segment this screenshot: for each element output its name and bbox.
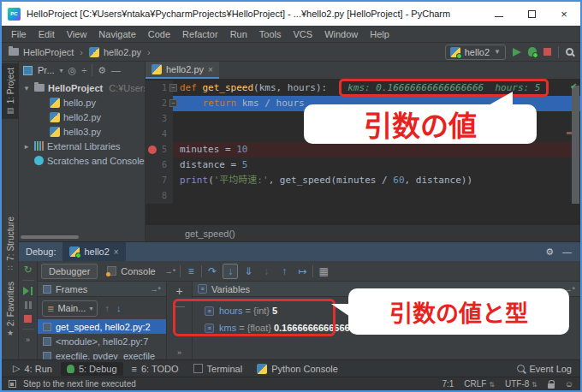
breakpoint-icon[interactable] <box>148 146 157 154</box>
gutter-line-2: 2− <box>146 96 173 111</box>
left-tool-window-stripe: 1: Project▤7: Structure∷2: Favorites★ <box>2 62 19 359</box>
resume-program-icon[interactable] <box>23 287 33 295</box>
rerun-icon[interactable]: ↻ <box>23 265 32 274</box>
gear-icon[interactable]: ⚙ <box>545 246 554 258</box>
step-out-icon[interactable]: ↑ <box>276 264 292 279</box>
toolwindow-button-run[interactable]: ▷4: Run <box>7 361 58 376</box>
project-tool-icon: ▤ <box>7 106 15 115</box>
more-tabs-icon[interactable]: →* <box>165 267 176 276</box>
code-line-8[interactable]: 8 <box>146 188 580 204</box>
debugger-tab-console[interactable]: Console <box>100 264 162 278</box>
fold-marker-icon[interactable]: − <box>169 99 177 107</box>
close-session-icon[interactable]: × <box>114 247 119 257</box>
menu-edit[interactable]: Edit <box>33 27 61 41</box>
more-icon[interactable]: » <box>177 348 181 357</box>
run-button[interactable] <box>513 48 521 56</box>
hide-panel-icon[interactable]: — <box>562 246 572 257</box>
tree-item-hello-py[interactable]: hello.py <box>19 95 145 110</box>
tree-arrow-icon[interactable]: ▸ <box>22 142 31 151</box>
menu-vcs[interactable]: VCS <box>288 27 319 41</box>
code-token: print <box>180 175 208 186</box>
code-line-6[interactable]: 6distance = 5 <box>146 157 580 173</box>
toolwindow-button-python-console[interactable]: Python Console <box>251 362 344 376</box>
editor-breadcrumb[interactable]: get_speed() <box>185 229 235 239</box>
event-log-button[interactable]: Event Log <box>517 364 575 374</box>
project-view-selector[interactable]: Pr... <box>38 65 55 75</box>
debug-button[interactable] <box>528 47 537 56</box>
menu-code[interactable]: Code <box>142 27 176 41</box>
run-to-cursor-icon[interactable]: ↦ <box>294 264 310 279</box>
gear-icon[interactable]: ⚙ <box>98 65 106 76</box>
stripe-item-favorites-tool[interactable]: 2: Favorites★ <box>2 277 19 342</box>
tree-item-external-libraries[interactable]: ▸External Libraries <box>19 139 145 153</box>
code-token: minutes = <box>180 144 236 155</box>
menu-run[interactable]: Run <box>224 27 253 41</box>
pycharm-logo-icon: PC <box>8 8 21 21</box>
frame-row[interactable]: get_speed, hello2.py:2 <box>38 319 166 334</box>
menu-file[interactable]: File <box>5 27 33 41</box>
step-over-icon[interactable]: ↷ <box>205 264 220 279</box>
stripe-label: 2: Favorites <box>6 282 15 326</box>
next-frame-icon[interactable]: ↓ <box>116 303 122 313</box>
menu-refactor[interactable]: Refactor <box>176 27 224 41</box>
show-execution-point-icon[interactable]: ≡ <box>183 264 199 279</box>
caret-position[interactable]: 7:1 <box>442 379 454 389</box>
collapse-all-icon[interactable]: ÷ <box>81 65 86 75</box>
more-actions-icon[interactable]: » <box>26 336 30 344</box>
menu-help[interactable]: Help <box>364 27 395 41</box>
lock-icon[interactable] <box>548 383 555 389</box>
fold-marker-icon[interactable]: − <box>169 84 177 92</box>
horizontal-scrollbar[interactable] <box>21 235 79 239</box>
stop-button[interactable] <box>543 48 551 56</box>
hide-panel-icon[interactable]: — <box>111 65 121 75</box>
menu-window[interactable]: Window <box>318 27 364 41</box>
menu-view[interactable]: View <box>61 27 93 41</box>
stop-icon[interactable] <box>24 315 32 323</box>
code-line-7[interactable]: 7print('平均時速:', get_speed(minutes / 60, … <box>146 173 580 188</box>
maximize-button[interactable] <box>515 2 548 26</box>
editor-tab-hello2[interactable]: hello2.py × <box>146 62 219 79</box>
encoding-selector[interactable]: UTF-8 ⇅ <box>505 379 537 389</box>
minimize-button[interactable] <box>483 2 515 26</box>
line-ending-selector[interactable]: CRLF ⇅ <box>464 379 495 389</box>
close-button[interactable]: × <box>548 2 580 26</box>
previous-frame-icon[interactable]: ↑ <box>104 303 110 313</box>
stripe-item-project-tool[interactable]: 1: Project▤ <box>2 63 19 119</box>
toolwindow-button-terminal[interactable]: Terminal <box>187 362 249 376</box>
code-line-5[interactable]: 5minutes = 10 <box>146 142 580 157</box>
tree-arrow-icon[interactable]: ▾ <box>22 84 31 92</box>
toolwindow-button-todo[interactable]: ≡6: TODO <box>126 362 185 376</box>
tree-item-hello2-py[interactable]: hello2.py <box>19 110 145 124</box>
tree-item-helloproject[interactable]: ▾HelloProjectC:¥Users¥nta <box>19 80 145 95</box>
debug-session-tab[interactable]: hello2 × <box>62 242 125 261</box>
frame-row[interactable]: execfile, pydev_execfile <box>38 348 166 359</box>
breadcrumb-file[interactable]: hello2.py <box>104 47 141 57</box>
search-icon[interactable] <box>566 48 573 56</box>
add-watch-icon[interactable]: + <box>175 287 182 295</box>
hector-icon[interactable]: ☺ <box>565 379 573 389</box>
menu-tools[interactable]: Tools <box>253 27 288 41</box>
vertical-scrollbar[interactable] <box>572 86 579 204</box>
debugger-tab-label: Debugger <box>49 266 90 276</box>
evaluate-expression-icon[interactable]: ▦ <box>316 264 331 279</box>
debugger-tab-debugger[interactable]: Debugger <box>41 264 98 279</box>
frame-row[interactable]: <module>, hello2.py:7 <box>38 334 166 348</box>
debug-actions-strip: ↻ » <box>19 261 38 359</box>
close-tab-icon[interactable]: × <box>208 65 213 74</box>
move-to-icon[interactable]: →* <box>150 285 161 294</box>
locate-file-icon[interactable]: ◎ <box>68 65 77 76</box>
force-step-into-icon[interactable]: ⇓ <box>241 264 256 279</box>
menu-navigate[interactable]: Navigate <box>92 27 141 41</box>
step-into-icon[interactable]: ↓ <box>223 264 238 279</box>
toolwindow-button-debug[interactable]: 5: Debug <box>61 362 123 376</box>
thread-selector[interactable]: ≣ Main... ▾ <box>42 300 98 317</box>
tool-window-switcher-icon[interactable] <box>9 380 16 388</box>
tree-item-scratches-and-consoles[interactable]: Scratches and Consoles <box>19 153 145 168</box>
code-line-1[interactable]: 1−def get_speed(kms, hours):kms: 0.16666… <box>146 80 580 96</box>
stripe-item-structure-tool[interactable]: 7: Structure∷ <box>2 212 19 276</box>
tree-item-hello3-py[interactable]: hello3.py <box>19 124 145 139</box>
run-configuration-select[interactable]: hello2 ▼ <box>445 45 506 60</box>
python-run-icon <box>69 246 80 257</box>
code-area[interactable]: ✔ 1−def get_speed(kms, hours):kms: 0.166… <box>146 79 580 224</box>
breadcrumb-project[interactable]: HelloProject <box>23 47 74 57</box>
